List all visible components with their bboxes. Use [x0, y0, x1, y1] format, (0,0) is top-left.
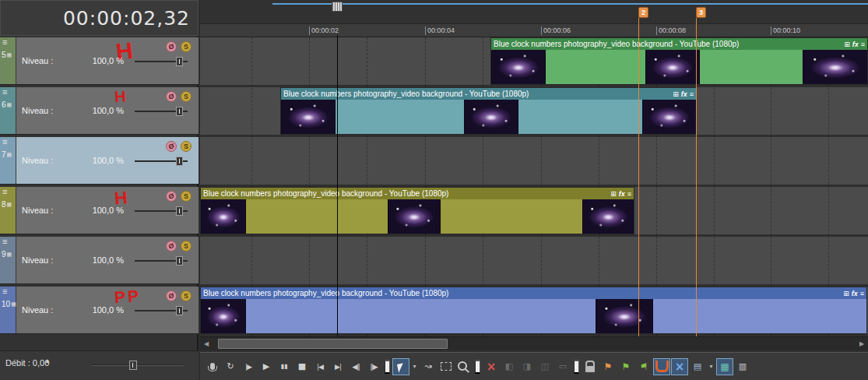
play-button[interactable]: ▶: [258, 358, 275, 375]
timeline-marker-3[interactable]: 3: [696, 7, 706, 18]
rate-slider-handle[interactable]: [129, 361, 137, 370]
envelope-edit-tool-button[interactable]: ↝: [420, 358, 437, 375]
scroll-right-icon[interactable]: ▶: [856, 337, 868, 351]
pan-crop-icon[interactable]: ⊞: [673, 90, 679, 98]
lock-button[interactable]: [582, 358, 599, 375]
ignore-event-grouping-button[interactable]: ×: [671, 358, 688, 375]
scroll-left-icon[interactable]: ◀: [200, 337, 213, 351]
track-menu-icon[interactable]: ≡: [2, 37, 7, 47]
video-thumbnail: [201, 299, 246, 333]
solo-button[interactable]: S: [181, 41, 192, 52]
event-menu-icon[interactable]: ≡: [861, 40, 865, 48]
play-from-start-button[interactable]: |▶: [240, 358, 257, 375]
level-slider[interactable]: [135, 260, 188, 262]
timecode-display[interactable]: 00:00:02,32: [0, 0, 199, 36]
solo-button[interactable]: S: [181, 141, 192, 152]
level-slider-handle[interactable]: [176, 256, 183, 266]
marker-bar[interactable]: 2 3: [200, 0, 868, 23]
track-row-9[interactable]: [200, 237, 868, 284]
solo-button[interactable]: S: [181, 241, 192, 252]
event-menu-icon[interactable]: ≡: [860, 290, 864, 297]
track-header-7[interactable]: ≡ 7▦ Ø S Niveau : 100,0 %: [0, 137, 199, 185]
loop-playback-button[interactable]: ↻: [222, 358, 239, 375]
trim-start-button[interactable]: ◧: [501, 358, 518, 375]
level-slider[interactable]: [135, 61, 188, 62]
event-fx-icon[interactable]: fx: [852, 40, 859, 48]
stop-button[interactable]: ■: [293, 358, 311, 375]
track-menu-icon[interactable]: ≡: [2, 287, 7, 296]
level-slider-handle[interactable]: [176, 206, 183, 216]
go-to-start-button[interactable]: |◀: [311, 358, 329, 375]
playhead-handle[interactable]: [332, 2, 343, 12]
level-slider[interactable]: [135, 160, 188, 162]
next-frame-button[interactable]: ‖▶: [365, 358, 382, 375]
timeline-event-track6[interactable]: Blue clock numbers photography_video bac…: [280, 87, 697, 135]
track-color-strip: ≡ 8▦: [0, 187, 16, 234]
level-slider-handle[interactable]: [176, 306, 183, 315]
track-header-9[interactable]: ≡ 9▦ Ø S Niveau : 100,0 %: [0, 237, 199, 284]
track-header-6[interactable]: ≡ 6▦ H Ø S Niveau : 100,0 %: [0, 87, 199, 135]
normalize-button[interactable]: ▭: [554, 358, 571, 375]
solo-button[interactable]: S: [181, 290, 192, 301]
go-to-end-button[interactable]: ▶|: [329, 358, 346, 375]
level-slider[interactable]: [135, 111, 188, 112]
loop-region-bar[interactable]: [272, 3, 868, 5]
event-menu-icon[interactable]: ≡: [690, 90, 694, 98]
time-ruler[interactable]: 00:00:02 00:00:04 00:00:06 00:00:08 00:0…: [200, 23, 868, 37]
timeline-marker-2[interactable]: 2: [638, 7, 648, 18]
snap-toggle-button[interactable]: [653, 358, 670, 375]
event-fx-icon[interactable]: fx: [681, 90, 687, 98]
region-start-button[interactable]: ⚑: [617, 358, 634, 375]
selection-edit-tool-button[interactable]: [438, 358, 455, 375]
level-slider-handle[interactable]: [176, 107, 183, 116]
normal-edit-tool-button[interactable]: [392, 358, 409, 375]
level-slider-handle[interactable]: [176, 157, 183, 166]
track-menu-icon[interactable]: ≡: [2, 87, 7, 97]
marker-flag-button[interactable]: ⚑: [599, 358, 617, 375]
horizontal-scrollbar[interactable]: ◀ ▶: [200, 336, 868, 350]
quantize-dropdown[interactable]: ▾: [707, 358, 715, 375]
scrollbar-thumb[interactable]: [218, 339, 448, 349]
level-slider[interactable]: [135, 310, 188, 311]
event-fx-icon[interactable]: fx: [852, 290, 858, 297]
mute-button[interactable]: Ø: [166, 191, 177, 202]
pause-button[interactable]: ▮▮: [276, 358, 293, 375]
mute-button[interactable]: Ø: [166, 241, 177, 252]
solo-button[interactable]: S: [181, 91, 192, 102]
region-end-button[interactable]: ⚑: [635, 358, 652, 375]
split-button[interactable]: ◫: [536, 358, 553, 375]
rate-slider[interactable]: [92, 364, 184, 366]
level-slider-handle[interactable]: [176, 57, 183, 66]
track-menu-icon[interactable]: ≡: [2, 187, 7, 196]
pan-crop-icon[interactable]: ⊞: [843, 290, 849, 297]
event-menu-icon[interactable]: ≡: [627, 190, 631, 198]
timeline-event-track5[interactable]: Blue clock numbers photography_video bac…: [490, 37, 868, 85]
track-menu-icon[interactable]: ≡: [2, 237, 7, 246]
external-monitor-button[interactable]: ▦: [716, 358, 733, 375]
previous-frame-button[interactable]: ◀‖: [347, 358, 364, 375]
level-slider[interactable]: [135, 210, 188, 212]
event-fx-icon[interactable]: fx: [619, 190, 625, 198]
zoom-edit-tool-button[interactable]: [455, 358, 473, 375]
record-mic-button[interactable]: [204, 358, 221, 375]
pan-crop-icon[interactable]: ⊞: [844, 40, 850, 48]
mute-button[interactable]: Ø: [166, 91, 177, 102]
tracks-area: Blue clock numbers photography_video bac…: [200, 37, 868, 336]
track-header-10[interactable]: ≡ 10▦ PP Ø S Niveau : 100,0 %: [0, 287, 199, 334]
track-menu-icon[interactable]: ≡: [2, 137, 7, 146]
mute-button[interactable]: Ø: [166, 141, 177, 152]
edit-tool-dropdown[interactable]: ▾: [410, 358, 419, 375]
timeline-event-track10[interactable]: Blue clock numbers photography_video bac…: [200, 287, 867, 334]
capture-button[interactable]: ▥: [734, 358, 751, 375]
quantize-to-frames-button[interactable]: ▤: [689, 358, 706, 375]
solo-button[interactable]: S: [181, 191, 192, 202]
mute-button[interactable]: Ø: [166, 41, 177, 52]
mute-button[interactable]: Ø: [166, 290, 177, 301]
timeline-event-track8[interactable]: Blue clock numbers photography_video bac…: [200, 187, 634, 234]
track-row-7[interactable]: [200, 137, 868, 185]
track-header-8[interactable]: ≡ 8▦ H Ø S Niveau : 100,0 %: [0, 187, 199, 234]
pan-crop-icon[interactable]: ⊞: [610, 190, 617, 198]
delete-button[interactable]: ×: [483, 358, 500, 375]
track-header-5[interactable]: ≡ 5▦ H Ø S Niveau : 100,0 %: [0, 37, 199, 85]
trim-end-button[interactable]: ◨: [518, 358, 536, 375]
